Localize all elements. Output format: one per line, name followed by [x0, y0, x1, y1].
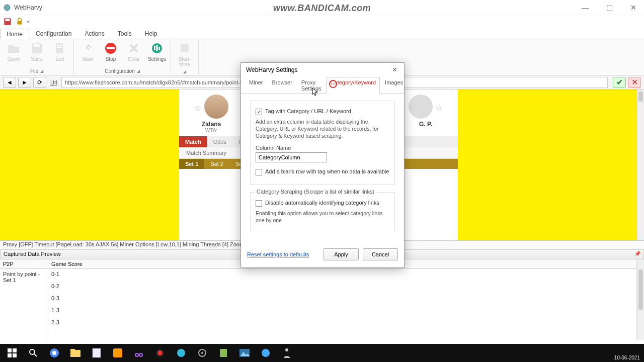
expand-icon[interactable]: ◢ — [183, 69, 186, 74]
subtab-summary[interactable]: Match Summary — [179, 147, 233, 158]
taskbar-app-unknown[interactable] — [277, 345, 297, 361]
player-left-name: Zidans — [202, 121, 221, 128]
taskbar-app-webharvy[interactable] — [256, 345, 276, 361]
close-window-button[interactable]: ✕ — [626, 3, 641, 13]
minimize-button[interactable]: — — [578, 3, 593, 13]
ribbon-tab-home[interactable]: Home — [0, 29, 29, 39]
star-icon[interactable]: ☆ — [436, 103, 443, 113]
svg-point-38 — [262, 349, 270, 357]
start-mine-button[interactable]: Start-Mine — [174, 40, 195, 67]
data-preview-table: P2P Point by point - Set 1 Game Score 0-… — [0, 259, 644, 340]
edit-button[interactable]: Edit — [49, 40, 70, 62]
svg-point-20 — [30, 349, 35, 354]
tag-checkbox[interactable]: ✓ — [256, 109, 262, 115]
svg-rect-19 — [13, 353, 17, 357]
open-button[interactable]: Open — [3, 40, 24, 62]
svg-rect-7 — [57, 45, 62, 46]
refresh-button[interactable]: ⟳ — [33, 77, 46, 88]
taskbar-app-settings[interactable] — [192, 345, 212, 361]
click-indicator-icon — [329, 80, 337, 88]
svg-point-31 — [157, 350, 163, 355]
search-icon[interactable] — [23, 345, 43, 361]
tab-odds[interactable]: Odds — [207, 136, 232, 147]
tag-checkbox-label: Tag with Category / URL / Keyword — [265, 108, 351, 114]
highlight-region-left — [0, 89, 179, 240]
maximize-button[interactable]: ▢ — [602, 3, 617, 13]
taskbar-app-notepad[interactable] — [87, 345, 107, 361]
tab-browser[interactable]: Browser — [268, 77, 296, 94]
column-name-input[interactable] — [256, 152, 327, 162]
reject-button[interactable]: ✕ — [628, 77, 641, 88]
lock-icon[interactable] — [15, 17, 24, 26]
tab-proxy[interactable]: Proxy Settings — [297, 77, 326, 94]
tab-images[interactable]: Images — [381, 77, 407, 94]
back-button[interactable]: ◄ — [3, 77, 16, 88]
svg-rect-14 — [158, 47, 160, 50]
avatar — [204, 95, 228, 119]
tab-match[interactable]: Match — [179, 136, 207, 147]
settings-dialog: WebHarvy Settings ✕ Miner Browser Proxy … — [240, 62, 405, 268]
app-icon — [3, 4, 11, 12]
taskbar: 10-06-2021 — [0, 344, 644, 362]
tab-set-2[interactable]: Set 2 — [204, 159, 229, 169]
taskbar-clock[interactable]: 10-06-2021 — [614, 355, 640, 361]
svg-point-28 — [135, 353, 138, 356]
star-icon[interactable]: ☆ — [194, 103, 201, 113]
reset-defaults-link[interactable]: Reset settings to defaults — [247, 251, 309, 257]
start-config-button[interactable]: Start — [77, 40, 98, 62]
taskbar-app-snip[interactable] — [129, 345, 149, 361]
svg-rect-35 — [220, 349, 227, 357]
save-icon[interactable] — [3, 17, 12, 26]
svg-point-29 — [139, 353, 142, 356]
tab-miner[interactable]: Miner — [245, 77, 267, 94]
svg-rect-5 — [34, 44, 40, 47]
ribbon-tab-actions[interactable]: Actions — [78, 28, 111, 39]
settings-button[interactable]: Settings — [146, 40, 168, 62]
cancel-button[interactable]: Cancel — [363, 248, 398, 260]
start-button[interactable] — [2, 345, 22, 361]
avatar — [409, 95, 433, 119]
blank-row-checkbox[interactable] — [256, 169, 262, 175]
expand-icon[interactable]: ◢ — [40, 69, 43, 73]
column-header-p2p[interactable]: P2P — [0, 259, 48, 269]
taskbar-app-photos[interactable] — [234, 345, 255, 361]
taskbar-app-sheets[interactable] — [213, 345, 233, 361]
table-cell: 0-2 — [48, 281, 636, 293]
ribbon-tab-help[interactable]: Help — [138, 28, 164, 39]
forward-button[interactable]: ► — [18, 77, 31, 88]
taskbar-app-explorer[interactable] — [65, 345, 86, 361]
svg-rect-26 — [93, 348, 101, 357]
ribbon-tabstrip: Home Configuration Actions Tools Help — [0, 28, 644, 39]
svg-rect-10 — [107, 47, 115, 49]
clear-button[interactable]: Clear — [123, 40, 144, 62]
ribbon-tab-configuration[interactable]: Configuration — [29, 28, 78, 39]
recorder-watermark: www.BANDICAM.com — [273, 3, 371, 14]
svg-rect-12 — [154, 46, 155, 50]
stop-config-button[interactable]: Stop — [100, 40, 121, 62]
scrollbar-vertical[interactable] — [637, 89, 644, 240]
taskbar-app-browser2[interactable] — [171, 345, 191, 361]
taskbar-app-chrome[interactable] — [44, 345, 64, 361]
svg-point-34 — [201, 352, 203, 354]
svg-rect-17 — [13, 348, 17, 352]
taskbar-app-bandicam[interactable] — [150, 345, 170, 361]
confirm-button[interactable]: ✔ — [613, 77, 626, 88]
tab-set-1[interactable]: Set 1 — [179, 159, 204, 169]
svg-rect-27 — [113, 348, 122, 357]
disable-auto-checkbox[interactable] — [256, 200, 262, 207]
svg-rect-16 — [8, 348, 12, 352]
url-label: Url — [50, 79, 57, 85]
expand-icon[interactable]: ◢ — [137, 69, 140, 73]
pin-icon[interactable]: 📌 — [634, 251, 640, 258]
apply-button[interactable]: Apply — [324, 248, 359, 260]
svg-point-23 — [52, 351, 56, 355]
category-scraping-legend: Category Scraping (Scrape a list of simi… — [255, 189, 376, 195]
close-icon[interactable]: ✕ — [390, 66, 399, 73]
save-button[interactable]: Save — [26, 40, 47, 62]
ribbon-tab-tools[interactable]: Tools — [111, 28, 138, 39]
svg-rect-15 — [181, 44, 189, 52]
dropdown-icon[interactable]: ▾ — [27, 20, 29, 24]
scrollbar-vertical[interactable] — [637, 259, 644, 340]
svg-rect-18 — [8, 353, 12, 357]
taskbar-app-sublime[interactable] — [108, 345, 128, 361]
